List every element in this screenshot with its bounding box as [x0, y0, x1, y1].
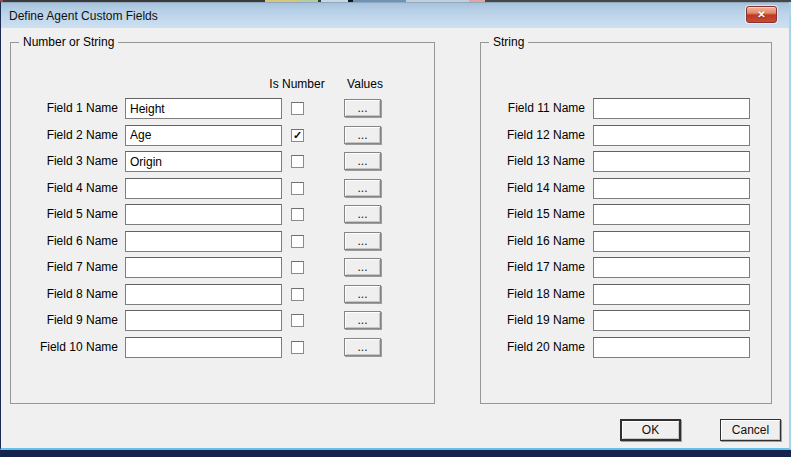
field-row-18: Field 18 Name [480, 284, 772, 305]
window-title: Define Agent Custom Fields [9, 9, 158, 23]
field-row-3: Field 3 Name ... [1, 151, 435, 172]
field-row-6: Field 6 Name ... [1, 231, 435, 252]
field-9-is-number-checkbox[interactable] [291, 314, 304, 327]
field-20-label: Field 20 Name [480, 337, 585, 358]
field-row-10: Field 10 Name ... [1, 337, 435, 358]
field-19-input[interactable] [593, 310, 750, 331]
field-15-label: Field 15 Name [480, 204, 585, 225]
field-10-input[interactable] [125, 337, 282, 358]
group-number-or-string-title: Number or String [19, 35, 118, 49]
field-10-is-number-checkbox[interactable] [291, 341, 304, 354]
field-13-input[interactable] [593, 151, 750, 172]
field-14-input[interactable] [593, 178, 750, 199]
field-5-values-button[interactable]: ... [344, 205, 381, 223]
field-row-2: Field 2 Name ✓ ... [1, 125, 435, 146]
field-4-label: Field 4 Name [1, 178, 118, 199]
field-row-9: Field 9 Name ... [1, 310, 435, 331]
field-row-5: Field 5 Name ... [1, 204, 435, 225]
field-row-15: Field 15 Name [480, 204, 772, 225]
field-5-label: Field 5 Name [1, 204, 118, 225]
field-11-input[interactable] [593, 98, 750, 119]
field-7-values-button[interactable]: ... [344, 258, 381, 276]
field-7-input[interactable] [125, 257, 282, 278]
field-2-is-number-checkbox[interactable]: ✓ [291, 129, 304, 142]
field-6-input[interactable] [125, 231, 282, 252]
field-5-input[interactable] [125, 204, 282, 225]
field-row-8: Field 8 Name ... [1, 284, 435, 305]
close-button[interactable]: ✕ [746, 6, 777, 23]
field-17-label: Field 17 Name [480, 257, 585, 278]
field-18-label: Field 18 Name [480, 284, 585, 305]
field-row-13: Field 13 Name [480, 151, 772, 172]
field-20-input[interactable] [593, 337, 750, 358]
field-row-1: Field 1 Name ... [1, 98, 435, 119]
field-1-values-button[interactable]: ... [344, 99, 381, 117]
field-4-input[interactable] [125, 178, 282, 199]
field-3-input[interactable] [125, 151, 282, 172]
field-12-label: Field 12 Name [480, 125, 585, 146]
field-2-values-button[interactable]: ... [344, 126, 381, 144]
ok-button[interactable]: OK [620, 419, 681, 441]
field-3-label: Field 3 Name [1, 151, 118, 172]
field-4-values-button[interactable]: ... [344, 179, 381, 197]
field-6-is-number-checkbox[interactable] [291, 235, 304, 248]
define-agent-custom-fields-dialog: Define Agent Custom Fields ✕ Number or S… [0, 2, 791, 450]
field-row-7: Field 7 Name ... [1, 257, 435, 278]
field-1-input[interactable] [125, 98, 282, 119]
field-2-label: Field 2 Name [1, 125, 118, 146]
field-10-values-button[interactable]: ... [344, 338, 381, 356]
group-string-title: String [489, 35, 528, 49]
field-6-values-button[interactable]: ... [344, 232, 381, 250]
field-19-label: Field 19 Name [480, 310, 585, 331]
field-8-is-number-checkbox[interactable] [291, 288, 304, 301]
field-row-12: Field 12 Name [480, 125, 772, 146]
field-11-label: Field 11 Name [480, 98, 585, 119]
field-7-label: Field 7 Name [1, 257, 118, 278]
field-16-label: Field 16 Name [480, 231, 585, 252]
field-16-input[interactable] [593, 231, 750, 252]
field-2-input[interactable] [125, 125, 282, 146]
field-row-11: Field 11 Name [480, 98, 772, 119]
field-row-19: Field 19 Name [480, 310, 772, 331]
field-8-label: Field 8 Name [1, 284, 118, 305]
field-17-input[interactable] [593, 257, 750, 278]
field-1-is-number-checkbox[interactable] [291, 102, 304, 115]
field-row-20: Field 20 Name [480, 337, 772, 358]
close-icon: ✕ [757, 10, 765, 20]
field-10-label: Field 10 Name [1, 337, 118, 358]
field-row-17: Field 17 Name [480, 257, 772, 278]
field-1-label: Field 1 Name [1, 98, 118, 119]
field-8-input[interactable] [125, 284, 282, 305]
field-row-4: Field 4 Name ... [1, 178, 435, 199]
field-5-is-number-checkbox[interactable] [291, 208, 304, 221]
dialog-client-area: Number or String Is Number Values Field … [1, 28, 789, 448]
field-row-14: Field 14 Name [480, 178, 772, 199]
field-14-label: Field 14 Name [480, 178, 585, 199]
field-13-label: Field 13 Name [480, 151, 585, 172]
field-7-is-number-checkbox[interactable] [291, 261, 304, 274]
field-3-values-button[interactable]: ... [344, 152, 381, 170]
field-row-16: Field 16 Name [480, 231, 772, 252]
field-12-input[interactable] [593, 125, 750, 146]
field-9-label: Field 9 Name [1, 310, 118, 331]
field-3-is-number-checkbox[interactable] [291, 155, 304, 168]
field-6-label: Field 6 Name [1, 231, 118, 252]
column-header-values: Values [317, 77, 413, 91]
field-9-values-button[interactable]: ... [344, 311, 381, 329]
cancel-button[interactable]: Cancel [720, 419, 781, 441]
field-15-input[interactable] [593, 204, 750, 225]
title-bar[interactable]: Define Agent Custom Fields ✕ [1, 2, 789, 28]
field-9-input[interactable] [125, 310, 282, 331]
field-8-values-button[interactable]: ... [344, 285, 381, 303]
field-18-input[interactable] [593, 284, 750, 305]
field-4-is-number-checkbox[interactable] [291, 182, 304, 195]
